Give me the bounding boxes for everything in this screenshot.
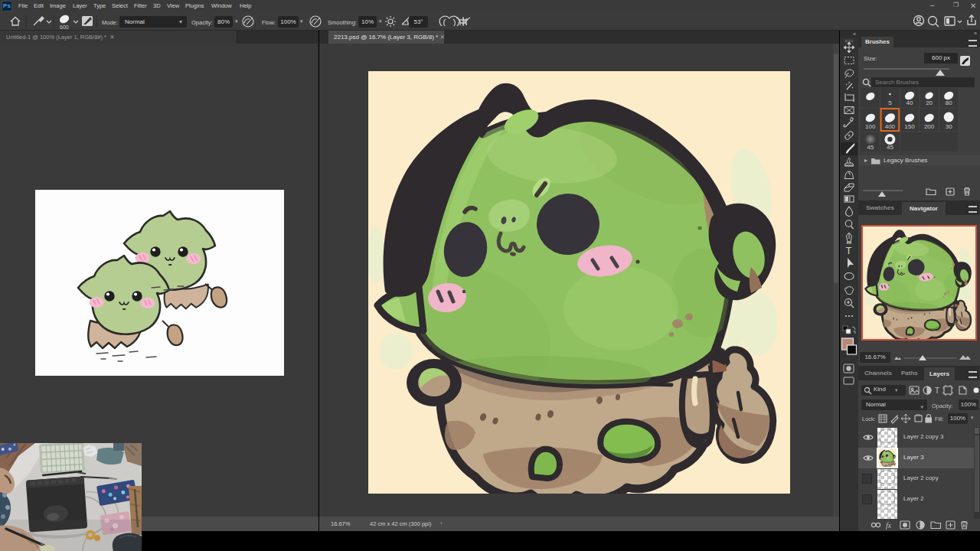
svg-text:30: 30 (946, 123, 952, 130)
svg-text:fx: fx (886, 521, 892, 530)
svg-text:80: 80 (946, 99, 952, 106)
svg-text:5: 5 (888, 99, 892, 106)
svg-text:400: 400 (885, 123, 896, 130)
svg-text:100: 100 (865, 123, 876, 130)
svg-text:T: T (846, 245, 852, 256)
svg-text:40: 40 (906, 99, 913, 106)
svg-text:T: T (935, 386, 939, 395)
svg-text:200: 200 (924, 123, 935, 130)
svg-text:45: 45 (867, 144, 874, 151)
svg-text:45: 45 (887, 144, 893, 151)
svg-text:600: 600 (60, 24, 69, 30)
svg-text:150: 150 (904, 123, 915, 130)
svg-text:20: 20 (926, 99, 933, 106)
